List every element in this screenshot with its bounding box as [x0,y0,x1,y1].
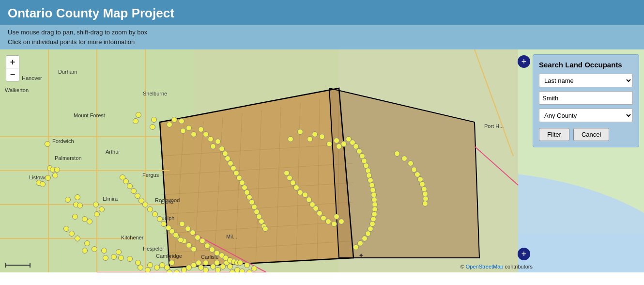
filter-button[interactable]: Filter [539,128,569,141]
county-select[interactable]: Any CountyWellingtonWaterlooGreyBruceSim… [539,109,633,122]
map-point[interactable] [133,118,138,124]
map-point[interactable] [167,122,172,127]
map-point[interactable] [40,181,46,187]
map-point[interactable] [251,266,257,271]
map-point[interactable] [52,173,58,178]
layer-toggle-btn-1[interactable]: + [518,55,530,68]
map-point[interactable] [288,136,293,142]
map-point[interactable] [65,197,71,203]
map-point[interactable] [297,129,303,135]
search-text-input[interactable] [539,91,633,105]
map-point[interactable] [331,221,337,227]
map-point[interactable] [116,249,122,255]
map-point[interactable] [203,260,209,266]
map-point[interactable] [77,203,83,208]
map-point[interactable] [45,175,51,181]
map-point[interactable] [394,151,400,157]
map-point[interactable] [338,219,344,224]
map-point[interactable] [306,197,312,203]
map-point[interactable] [203,131,209,137]
map-point[interactable] [262,226,268,232]
map-point[interactable] [69,231,75,237]
map-point[interactable] [325,219,331,224]
cancel-button[interactable]: Cancel [573,128,609,141]
map-point[interactable] [173,232,179,238]
map-point[interactable] [190,230,196,236]
map-point[interactable] [214,260,220,266]
map-point[interactable] [99,206,105,212]
map-point[interactable] [179,221,185,227]
map-point[interactable] [237,260,243,266]
map-point[interactable] [166,225,171,231]
map-point[interactable] [150,124,155,130]
map-point[interactable] [287,175,292,181]
map-point[interactable] [321,215,326,221]
map-point[interactable] [147,262,153,268]
map-point[interactable] [179,118,184,124]
map-point[interactable] [167,269,172,272]
map-point[interactable] [174,269,180,272]
map-point[interactable] [75,194,80,200]
map-point[interactable] [307,136,313,142]
map-point[interactable] [111,254,117,260]
map-point[interactable] [171,117,177,123]
map-point[interactable] [82,248,88,253]
map-point[interactable] [208,136,214,142]
map-point[interactable] [317,210,322,216]
map-point[interactable] [203,267,209,272]
map-point[interactable] [157,216,163,222]
map-point[interactable] [161,221,167,227]
map-point[interactable] [94,211,100,217]
map-point[interactable] [180,128,186,134]
map-point[interactable] [290,180,296,186]
map-area[interactable]: ✦ Hanover Durham Walkerton Shelburne Mou… [0,49,644,272]
map-point[interactable] [147,206,153,212]
map-point[interactable] [408,160,414,166]
map-point[interactable] [151,117,157,123]
map-point[interactable] [227,264,233,269]
map-point[interactable] [63,226,69,232]
map-point[interactable] [210,143,216,149]
map-point[interactable] [138,198,144,204]
map-point[interactable] [341,141,347,147]
zoom-out-button[interactable]: − [6,68,19,81]
map-point[interactable] [178,237,184,243]
map-point[interactable] [92,246,97,252]
map-point[interactable] [120,174,125,180]
map-point[interactable] [93,202,99,207]
map-point[interactable] [152,211,158,217]
map-point[interactable] [422,201,428,206]
map-point[interactable] [334,214,339,220]
map-point[interactable] [199,238,205,244]
map-point[interactable] [127,256,133,262]
map-point[interactable] [319,134,325,140]
map-point[interactable] [103,255,108,261]
map-point[interactable] [131,188,137,194]
map-point[interactable] [54,167,60,173]
map-point[interactable] [136,112,141,118]
map-point[interactable] [239,269,245,272]
map-point[interactable] [198,127,204,132]
map-point[interactable] [309,202,315,207]
openstreetmap-link[interactable]: OpenStreetMap [466,264,504,269]
map-point[interactable] [334,138,339,143]
map-point[interactable] [186,125,192,131]
map-point[interactable] [293,185,299,190]
map-point[interactable] [215,139,221,144]
map-point[interactable] [84,240,90,246]
map-point[interactable] [244,262,250,268]
field-type-select[interactable]: Last nameFirst nameFull name [539,74,633,87]
map-point[interactable] [101,248,107,253]
map-point[interactable] [191,246,197,252]
map-point[interactable] [45,141,50,147]
zoom-in-button[interactable]: + [6,56,19,68]
map-point[interactable] [284,170,290,176]
map-point[interactable] [297,190,303,195]
map-point[interactable] [75,236,80,241]
map-point[interactable] [72,214,78,220]
map-point[interactable] [362,236,368,241]
map-point[interactable] [326,141,332,147]
map-point[interactable] [135,193,140,199]
map-point[interactable] [127,183,133,189]
map-point[interactable] [169,260,175,266]
